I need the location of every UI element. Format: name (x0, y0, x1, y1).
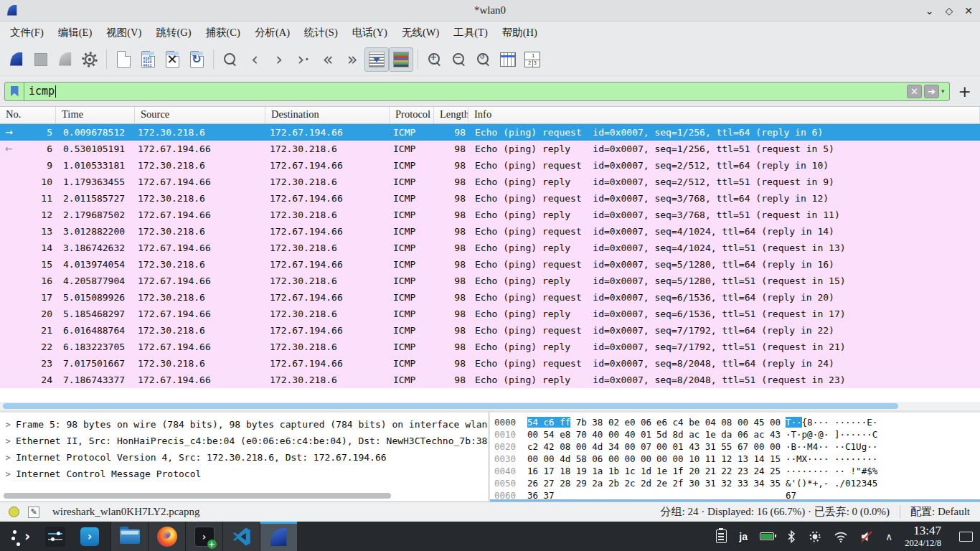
packet-row[interactable]: 216.016488764172.30.218.6172.67.194.66IC… (0, 322, 980, 339)
zoom-out-button[interactable]: − (447, 47, 471, 72)
column-header-destination[interactable]: Destination (265, 107, 390, 123)
packet-row[interactable]: 226.183223705172.67.194.66172.30.218.6IC… (0, 339, 980, 355)
details-hscrollbar[interactable] (0, 492, 488, 500)
column-header-info[interactable]: Info (468, 107, 980, 123)
maximize-button[interactable]: ◇ (945, 5, 953, 17)
display-filter-input[interactable]: icmp ✕ ➔ ▾ (4, 82, 950, 101)
auto-scroll-button[interactable] (364, 47, 389, 72)
details-tree-item[interactable]: >Internet Protocol Version 4, Src: 172.3… (0, 449, 488, 466)
packet-row[interactable]: 122.179687502172.67.194.66172.30.218.6IC… (0, 207, 980, 223)
packet-row[interactable]: 133.012882200172.30.218.6172.67.194.66IC… (0, 223, 980, 240)
go-to-packet-button[interactable]: ›· (291, 47, 316, 72)
packet-row[interactable]: 143.186742632172.67.194.66172.30.218.6IC… (0, 240, 980, 256)
hex-hscrollbar[interactable] (490, 499, 980, 501)
column-header-time[interactable]: Time (56, 107, 135, 123)
menu-item[interactable]: 分析(A) (248, 23, 297, 42)
task-firefox[interactable] (148, 522, 185, 551)
expander-chevron-icon[interactable]: > (0, 469, 16, 479)
bluetooth-icon[interactable] (786, 530, 796, 543)
column-header-length[interactable]: Length (434, 107, 468, 123)
capture-options-button[interactable] (77, 47, 102, 72)
hex-row[interactable]: 000054 c6 ff 7b 38 02 e0 06e6 c4 be 04 0… (494, 416, 980, 428)
filter-clear-button[interactable]: ✕ (907, 85, 922, 98)
packet-row[interactable]: 175.015089926172.30.218.6172.67.194.66IC… (0, 289, 980, 306)
filter-bookmark-button[interactable] (5, 83, 24, 100)
restart-capture-button[interactable] (53, 47, 77, 72)
resize-columns-button[interactable] (496, 47, 520, 72)
menu-item[interactable]: 跳转(G) (149, 23, 198, 42)
packet-row[interactable]: 5→0.009678512172.30.218.6172.67.194.66IC… (0, 124, 980, 141)
profile-selector[interactable]: 配置: Default (900, 505, 980, 519)
details-tree-item[interactable]: >Internet Control Message Protocol (0, 466, 488, 482)
clipboard-tray-icon[interactable] (716, 529, 727, 543)
filter-dropdown-arrow-icon[interactable]: ▾ (941, 88, 945, 95)
expander-chevron-icon[interactable]: > (0, 420, 16, 430)
app-launcher-button[interactable]: › (9, 524, 33, 549)
capture-comment-icon[interactable]: ✎ (28, 507, 39, 518)
clock[interactable]: 13:47 2024/12/8 (905, 524, 941, 549)
save-file-button[interactable]: 010101100011 (136, 47, 160, 72)
settings-button[interactable] (43, 524, 67, 549)
menu-item[interactable]: 工具(T) (446, 23, 495, 42)
packet-row[interactable]: 247.186743377172.67.194.66172.30.218.6IC… (0, 372, 980, 388)
task-vscode[interactable] (222, 522, 260, 551)
close-button[interactable]: ✕ (964, 5, 973, 17)
expert-info-icon[interactable] (9, 507, 19, 517)
battery-icon[interactable] (760, 532, 774, 540)
packet-row[interactable]: 237.017501667172.30.218.6172.67.194.66IC… (0, 355, 980, 372)
stop-capture-button[interactable] (29, 47, 53, 72)
menu-item[interactable]: 统计(S) (297, 23, 345, 42)
details-tree-item[interactable]: >Frame 5: 98 bytes on wire (784 bits), 9… (0, 416, 488, 433)
zoom-reset-button[interactable]: ↺ (471, 47, 496, 72)
previous-packet-button[interactable]: ‹ (242, 47, 267, 72)
menu-item[interactable]: 捕获(C) (199, 23, 248, 42)
packet-bytes-pane[interactable]: 000054 c6 ff 7b 38 02 e0 06e6 c4 be 04 0… (490, 413, 980, 501)
menu-item[interactable]: 电话(Y) (345, 23, 395, 42)
menu-item[interactable]: 文件(F) (3, 23, 51, 42)
input-method-indicator[interactable]: ja (739, 531, 748, 542)
next-packet-button[interactable]: › (267, 47, 291, 72)
expander-chevron-icon[interactable]: > (0, 453, 16, 463)
first-packet-button[interactable]: « (316, 47, 340, 72)
reload-file-button[interactable]: ↻ (184, 47, 209, 72)
task-wireshark[interactable] (260, 522, 297, 551)
open-file-button[interactable] (111, 47, 136, 72)
packet-row[interactable]: 101.179363455172.67.194.66172.30.218.6IC… (0, 174, 980, 190)
packet-row[interactable]: 91.010533181172.30.218.6172.67.194.66ICM… (0, 157, 980, 174)
start-capture-button[interactable] (4, 47, 29, 72)
menu-item[interactable]: 无线(W) (395, 23, 446, 42)
tray-expand-button[interactable]: ∧ (885, 531, 892, 542)
menu-item[interactable]: 帮助(H) (495, 23, 545, 42)
hex-row[interactable]: 005026 27 28 29 2a 2b 2c 2d2e 2f 30 31 3… (494, 477, 980, 489)
packet-row[interactable]: 112.011585727172.30.218.6172.67.194.66IC… (0, 190, 980, 207)
minimize-button[interactable]: ⌄ (925, 5, 934, 17)
column-header-source[interactable]: Source (135, 107, 265, 123)
packet-row[interactable]: 6←0.530105191172.67.194.66172.30.218.6IC… (0, 141, 980, 157)
find-packet-button[interactable] (218, 47, 242, 72)
layout-button[interactable]: 123 (520, 47, 545, 72)
task-terminal[interactable]: ›+ (185, 522, 222, 551)
colorize-button[interactable] (389, 47, 413, 72)
hex-row[interactable]: 0020c2 42 08 00 4d 34 00 0700 01 43 31 5… (494, 441, 980, 453)
filter-apply-button[interactable]: ➔ (924, 85, 939, 98)
expander-chevron-icon[interactable]: > (0, 436, 16, 446)
menu-item[interactable]: 视图(V) (99, 23, 149, 42)
column-header-protocol[interactable]: Protocol (390, 107, 434, 123)
hex-row[interactable]: 003000 00 4d 58 06 00 00 0000 00 10 11 1… (494, 453, 980, 465)
details-tree-item[interactable]: >Ethernet II, Src: HonHaiPrecis_c4:be:04… (0, 433, 488, 449)
menu-item[interactable]: 编辑(E) (51, 23, 100, 42)
show-desktop-button[interactable] (959, 532, 973, 542)
column-header-no[interactable]: No. (0, 107, 56, 123)
last-packet-button[interactable]: » (340, 47, 364, 72)
wifi-icon[interactable] (834, 531, 848, 542)
task-file-manager[interactable] (110, 522, 148, 551)
packet-row[interactable]: 154.013974054172.30.218.6172.67.194.66IC… (0, 256, 980, 273)
close-file-button[interactable]: ✕ (160, 47, 184, 72)
hex-row[interactable]: 001000 54 e8 70 40 00 40 015d 8d ac 1e d… (494, 428, 980, 441)
hex-row[interactable]: 004016 17 18 19 1a 1b 1c 1d1e 1f 20 21 2… (494, 465, 980, 477)
volume-muted-icon[interactable] (860, 530, 873, 543)
zoom-in-button[interactable]: + (423, 47, 447, 72)
brightness-icon[interactable] (809, 530, 821, 543)
packet-row[interactable]: 164.205877904172.67.194.66172.30.218.6IC… (0, 273, 980, 289)
packet-list-hscrollbar[interactable] (0, 402, 980, 410)
